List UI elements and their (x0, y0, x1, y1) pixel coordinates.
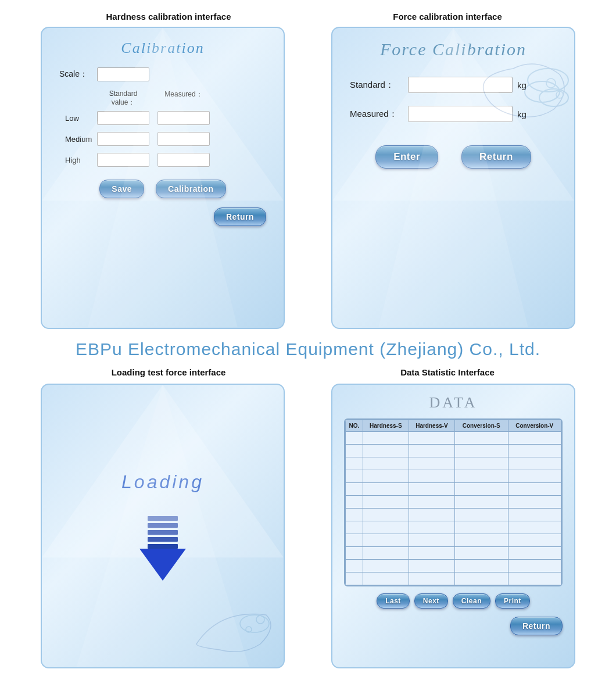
medium-measured-input[interactable] (157, 132, 210, 146)
table-cell (455, 483, 508, 496)
print-button[interactable]: Print (495, 593, 530, 609)
table-cell (346, 534, 363, 547)
arrow-line-1 (148, 516, 178, 521)
table-cell (409, 560, 454, 572)
table-cell (363, 432, 409, 445)
table-row (346, 470, 561, 483)
table-cell (363, 547, 409, 560)
loading-text: Loading (121, 471, 204, 493)
table-cell (363, 483, 409, 496)
table-cell (363, 521, 409, 534)
high-label: High (65, 156, 97, 164)
save-button[interactable]: Save (99, 180, 144, 198)
table-cell (409, 496, 454, 509)
table-cell (508, 445, 561, 457)
table-cell (409, 547, 454, 560)
low-standard-input[interactable] (97, 111, 149, 125)
table-cell (409, 445, 454, 457)
svg-point-12 (256, 616, 264, 624)
table-cell (346, 496, 363, 509)
table-row (346, 572, 561, 585)
calibration-title: Calibration (59, 40, 266, 57)
table-cell (346, 470, 363, 483)
enter-button[interactable]: Enter (375, 145, 438, 169)
std-val-header: Standard value： (97, 90, 149, 108)
high-row: High (97, 153, 266, 167)
data-title: DATA (344, 394, 563, 412)
table-cell (455, 547, 508, 560)
table-cell (346, 509, 363, 521)
table-cell (409, 521, 454, 534)
force-title: Force Calibration (350, 40, 557, 59)
col-hardness-s: Hardness-S (363, 420, 409, 432)
table-cell (455, 457, 508, 470)
loading-arrow (139, 516, 186, 581)
table-cell (409, 572, 454, 585)
arrow-line-3 (148, 530, 178, 535)
arrow-line-4 (148, 537, 178, 542)
medium-standard-input[interactable] (97, 132, 149, 146)
table-cell (363, 457, 409, 470)
table-row (346, 560, 561, 572)
high-standard-input[interactable] (97, 153, 149, 167)
table-cell (346, 432, 363, 445)
table-cell (508, 470, 561, 483)
next-button[interactable]: Next (414, 593, 448, 609)
hardness-return-button[interactable]: Return (214, 207, 266, 226)
table-cell (346, 445, 363, 457)
table-cell (346, 572, 363, 585)
medium-row: Medium (97, 132, 266, 146)
table-cell (346, 547, 363, 560)
low-row: Low (97, 111, 266, 125)
arrow-line-2 (148, 523, 178, 528)
table-cell (455, 509, 508, 521)
medium-label: Medium (65, 135, 97, 144)
scale-input[interactable] (97, 67, 149, 81)
table-row (346, 432, 561, 445)
table-cell (508, 521, 561, 534)
table-cell (508, 560, 561, 572)
table-cell (455, 521, 508, 534)
col-no: NO. (346, 420, 363, 432)
table-cell (346, 457, 363, 470)
table-cell (455, 572, 508, 585)
table-cell (363, 534, 409, 547)
table-row (346, 509, 561, 521)
table-cell (508, 534, 561, 547)
table-cell (346, 560, 363, 572)
table-cell (455, 534, 508, 547)
table-cell (508, 483, 561, 496)
standard-label: Standard： (350, 80, 408, 91)
table-row (346, 496, 561, 509)
low-label: Low (65, 114, 97, 123)
table-cell (409, 534, 454, 547)
clean-button[interactable]: Clean (453, 593, 490, 609)
meas-header: Measured： (157, 90, 210, 108)
table-row (346, 534, 561, 547)
table-cell (363, 445, 409, 457)
table-row (346, 483, 561, 496)
arrow-line-5 (148, 544, 178, 549)
table-cell (508, 432, 561, 445)
data-table-wrapper: NO. Hardness-S Hardness-V Conversion-S C… (344, 418, 563, 586)
data-table: NO. Hardness-S Hardness-V Conversion-S C… (345, 420, 561, 585)
measured-label: Measured： (350, 109, 408, 120)
table-cell (409, 457, 454, 470)
last-button[interactable]: Last (377, 593, 410, 609)
table-cell (346, 483, 363, 496)
col-conversion-v: Conversion-V (508, 420, 561, 432)
force-return-button[interactable]: Return (461, 145, 531, 169)
low-measured-input[interactable] (157, 111, 210, 125)
high-measured-input[interactable] (157, 153, 210, 167)
data-return-button[interactable]: Return (510, 617, 563, 635)
table-cell (455, 432, 508, 445)
force-section-title: Force calibration interface (325, 12, 570, 22)
data-statistic-panel: DATA NO. Hardness-S Hardness-V Conversio… (331, 384, 575, 668)
calibration-button[interactable]: Calibration (156, 180, 226, 198)
table-cell (409, 483, 454, 496)
table-cell (508, 572, 561, 585)
col-conversion-s: Conversion-S (455, 420, 508, 432)
table-cell (409, 509, 454, 521)
loading-panel: Loading (41, 384, 285, 668)
table-cell (508, 547, 561, 560)
